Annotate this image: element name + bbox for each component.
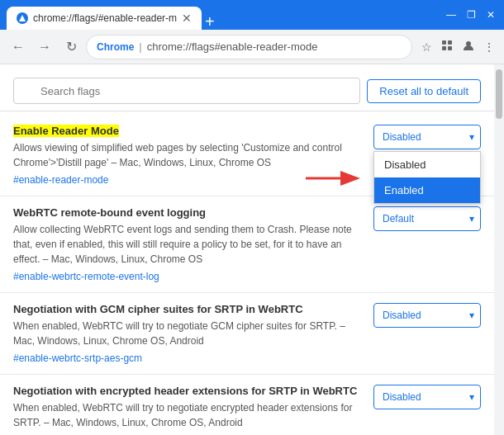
restore-button[interactable]: ❐ <box>464 9 478 21</box>
tab-favicon <box>17 12 28 24</box>
flag-title: WebRTC remote-bound event logging <box>13 206 364 219</box>
flag-select-reader-mode[interactable]: Default Disabled Enabled <box>373 125 481 149</box>
dropdown-menu: Disabled Enabled <box>373 151 481 204</box>
flag-select-webrtc-log[interactable]: Default Disabled Enabled <box>373 206 481 231</box>
minimize-button[interactable]: — <box>445 9 458 21</box>
new-tab-button[interactable]: + <box>205 13 215 30</box>
search-bar: 🔍 Reset all to default <box>0 71 494 111</box>
tab-title: chrome://flags/#enable-reader-m <box>33 12 177 24</box>
url-bar[interactable]: Chrome | chrome://flags#enable-reader-mo… <box>86 35 412 59</box>
svg-rect-2 <box>442 46 446 50</box>
flag-control: Default Disabled Enabled ▾ <box>373 303 481 328</box>
flag-description: When enabled, WebRTC will try to negotia… <box>13 400 364 430</box>
svg-rect-1 <box>448 40 452 45</box>
url-icons: ☆ ⋮ <box>419 36 497 57</box>
flag-select-srtp-encrypted[interactable]: Default Disabled Enabled <box>373 385 481 409</box>
flag-title: Negotiation with encrypted header extens… <box>13 385 364 397</box>
flag-select-srtp-gcm[interactable]: Default Disabled Enabled <box>373 303 481 328</box>
url-chrome-label: Chrome <box>97 41 134 53</box>
flag-control: Default Disabled Enabled ▾ Disabled Enab… <box>373 125 481 149</box>
extension-icon <box>438 36 456 57</box>
flag-control: Default Disabled Enabled ▾ <box>373 206 481 231</box>
back-button[interactable]: ← <box>7 35 30 59</box>
flag-control: Default Disabled Enabled ▾ <box>373 385 481 409</box>
svg-rect-3 <box>448 46 452 50</box>
flag-title: Enable Reader Mode <box>13 125 364 137</box>
flag-content: WebRTC remote-bound event logging Allow … <box>13 206 364 282</box>
flag-item: Negotiation with encrypted header extens… <box>0 375 494 435</box>
flag-title-highlight: Enable Reader Mode <box>13 125 119 137</box>
active-tab[interactable]: chrome://flags/#enable-reader-m ✕ <box>7 7 202 30</box>
red-arrow-indicator <box>306 166 364 193</box>
dropdown-item-enabled[interactable]: Enabled <box>374 177 480 203</box>
flag-link[interactable]: #enable-reader-mode <box>13 174 108 186</box>
close-button[interactable]: ✕ <box>484 9 497 21</box>
search-input[interactable] <box>13 78 360 104</box>
flag-description: When enabled, WebRTC will try to negotia… <box>13 319 364 348</box>
flag-item: Negotiation with GCM cipher suites for S… <box>0 293 494 375</box>
flag-item: WebRTC remote-bound event logging Allow … <box>0 196 494 293</box>
dropdown-item-disabled[interactable]: Disabled <box>374 152 480 177</box>
forward-button[interactable]: → <box>33 35 56 59</box>
addressbar: ← → ↻ Chrome | chrome://flags#enable-rea… <box>0 30 504 64</box>
svg-rect-0 <box>442 40 446 45</box>
url-separator: | <box>139 40 141 53</box>
flag-link[interactable]: #enable-webrtc-remote-event-log <box>13 271 159 282</box>
flag-content: Negotiation with GCM cipher suites for S… <box>13 303 364 364</box>
reload-button[interactable]: ↻ <box>59 35 83 59</box>
tab-bar: chrome://flags/#enable-reader-m ✕ + <box>7 0 215 30</box>
reset-all-button[interactable]: Reset all to default <box>367 79 481 103</box>
scrollbar-thumb[interactable] <box>496 69 502 119</box>
flag-link[interactable]: #enable-webrtc-srtp-aes-gcm <box>13 352 142 364</box>
flag-item: Enable Reader Mode Allows viewing of sim… <box>0 115 494 196</box>
profile-icon[interactable] <box>459 36 478 57</box>
main-panel: 🔍 Reset all to default Enable Reader Mod… <box>0 64 494 435</box>
scrollbar[interactable] <box>494 64 504 435</box>
flag-content: Negotiation with encrypted header extens… <box>13 385 364 435</box>
window-controls: — ❐ ✕ <box>445 9 497 21</box>
flag-description: Allow collecting WebRTC event logs and s… <box>13 222 364 267</box>
content-area: 🔍 Reset all to default Enable Reader Mod… <box>0 64 504 435</box>
search-wrap: 🔍 <box>13 78 360 104</box>
titlebar: chrome://flags/#enable-reader-m ✕ + — ❐ … <box>0 0 504 30</box>
menu-icon[interactable]: ⋮ <box>481 38 497 56</box>
bookmark-icon[interactable]: ☆ <box>419 38 435 56</box>
url-path: chrome://flags#enable-reader-mode <box>147 40 318 53</box>
tab-close-button[interactable]: ✕ <box>182 12 192 25</box>
flag-title: Negotiation with GCM cipher suites for S… <box>13 303 364 315</box>
